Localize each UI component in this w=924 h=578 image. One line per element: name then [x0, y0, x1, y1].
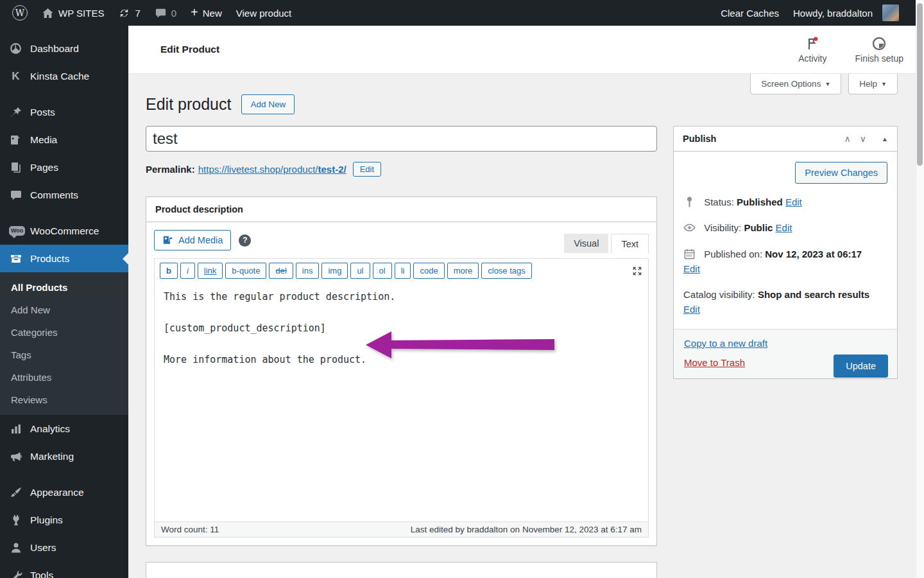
- sidebar-label-tools: Tools: [30, 570, 53, 578]
- word-count: Word count: 11: [161, 525, 219, 534]
- sidebar-label-dashboard: Dashboard: [30, 43, 79, 55]
- publish-header[interactable]: Publish ∧ ∨ ▲: [674, 127, 897, 152]
- permalink-label: Permalink:: [146, 164, 195, 175]
- qt-bold-button[interactable]: b: [160, 263, 178, 279]
- howdy-label: Howdy, braddalton: [793, 8, 873, 19]
- my-account-menu[interactable]: Howdy, braddalton: [786, 0, 906, 26]
- qt-ul-button[interactable]: ul: [350, 263, 370, 279]
- sidebar-item-dashboard[interactable]: Dashboard: [0, 35, 128, 62]
- clear-caches-button[interactable]: Clear Caches: [714, 0, 786, 26]
- add-media-button[interactable]: Add Media: [154, 230, 231, 250]
- qt-link-button[interactable]: link: [198, 263, 223, 279]
- visibility-edit-link[interactable]: Edit: [776, 222, 792, 233]
- flag-icon: [805, 36, 820, 51]
- help-icon[interactable]: ?: [239, 234, 251, 247]
- quicktags-toolbar: b i link b-quote del ins img ul ol li co…: [155, 259, 648, 283]
- qt-del-button[interactable]: del: [269, 263, 293, 279]
- comment-icon: [9, 188, 22, 202]
- sidebar-item-analytics[interactable]: Analytics: [0, 415, 128, 442]
- sidebar-subitem-tags[interactable]: Tags: [0, 344, 128, 366]
- tab-text[interactable]: Text: [611, 234, 649, 254]
- sidebar-item-tools[interactable]: Tools: [0, 561, 128, 578]
- qt-img-button[interactable]: img: [321, 263, 348, 279]
- sidebar-item-media[interactable]: Media: [0, 126, 128, 153]
- catalog-edit-link[interactable]: Edit: [683, 304, 700, 315]
- site-name-menu[interactable]: WP SITES: [35, 0, 111, 26]
- qt-close-tags-button[interactable]: close tags: [481, 263, 532, 279]
- move-down-icon[interactable]: ∨: [860, 134, 866, 143]
- sidebar-item-products[interactable]: Products: [0, 245, 128, 272]
- status-edit-link[interactable]: Edit: [785, 197, 802, 207]
- admin-bar-right: Clear Caches Howdy, braddalton: [714, 0, 924, 26]
- sidebar-item-pages[interactable]: Pages: [0, 153, 128, 181]
- wordpress-menu-button[interactable]: W: [5, 0, 35, 26]
- calendar-icon: [683, 248, 696, 260]
- move-up-icon[interactable]: ∧: [844, 134, 851, 143]
- update-button[interactable]: Update: [834, 355, 888, 378]
- move-to-trash-link[interactable]: Move to Trash: [684, 357, 745, 368]
- media-icon: [9, 133, 22, 146]
- sidebar-item-kinsta-cache[interactable]: K Kinsta Cache: [0, 62, 128, 90]
- comments-count: 0: [171, 8, 176, 19]
- sidebar-item-posts[interactable]: Posts: [0, 98, 128, 126]
- updates-menu[interactable]: 7: [111, 0, 147, 26]
- preview-row: Preview Changes: [683, 162, 887, 184]
- qt-code-button[interactable]: code: [413, 263, 444, 279]
- qt-ol-button[interactable]: ol: [373, 263, 392, 279]
- visibility-row: Visibility: Public Edit: [683, 220, 887, 235]
- sidebar-item-comments[interactable]: Comments: [0, 181, 128, 209]
- finish-setup-label: Finish setup: [855, 53, 903, 64]
- catalog-visibility-row: Catalog visibility: Shop and search resu…: [683, 287, 887, 317]
- activity-button[interactable]: Activity: [798, 36, 826, 64]
- editor-footer: Word count: 11 Last edited by braddalton…: [155, 521, 648, 537]
- sidebar-item-users[interactable]: Users: [0, 534, 128, 561]
- sidebar-item-woocommerce[interactable]: Woo WooCommerce: [0, 217, 128, 245]
- sidebar-label-posts: Posts: [30, 107, 55, 118]
- qt-more-button[interactable]: more: [447, 263, 479, 279]
- sidebar-item-appearance[interactable]: Appearance: [0, 478, 128, 506]
- scrollbar-track: [916, 0, 924, 578]
- scrollbar-thumb[interactable]: [917, 3, 923, 166]
- view-product-link[interactable]: View product: [229, 0, 298, 26]
- help-tab[interactable]: Help ▼: [848, 74, 898, 94]
- metabox-title: Product description: [146, 197, 656, 222]
- new-content-menu[interactable]: + New: [184, 0, 229, 26]
- publish-body: Preview Changes Status: Published Edit V…: [674, 152, 897, 329]
- tab-visual[interactable]: Visual: [564, 234, 608, 253]
- sidebar-label-woocommerce: WooCommerce: [30, 225, 99, 237]
- sidebar-item-marketing[interactable]: Marketing: [0, 442, 128, 470]
- sidebar-label-comments: Comments: [30, 189, 78, 201]
- sidebar-subitem-attributes[interactable]: Attributes: [0, 366, 128, 389]
- sidebar-label-plugins: Plugins: [30, 514, 63, 526]
- qt-ins-button[interactable]: ins: [296, 263, 320, 279]
- kinsta-icon: K: [9, 69, 22, 83]
- preview-changes-button[interactable]: Preview Changes: [795, 162, 887, 184]
- comments-menu[interactable]: 0: [148, 0, 184, 26]
- qt-italic-button[interactable]: i: [180, 263, 195, 279]
- permalink-edit-button[interactable]: Edit: [353, 162, 381, 177]
- paintbrush-icon: [9, 486, 22, 499]
- description-textarea[interactable]: This is the regular product description.…: [155, 283, 648, 521]
- qt-li-button[interactable]: li: [395, 263, 411, 279]
- permalink-link[interactable]: https://livetest.shop/product/test-2/: [198, 164, 346, 175]
- product-title-input[interactable]: test: [146, 126, 657, 152]
- fullscreen-icon[interactable]: [631, 265, 643, 277]
- add-new-button[interactable]: Add New: [241, 94, 295, 114]
- sidebar-subitem-all-products[interactable]: All Products: [0, 276, 128, 299]
- published-on-edit-link[interactable]: Edit: [683, 263, 700, 274]
- screen-options-tab[interactable]: Screen Options ▼: [750, 74, 841, 94]
- screen-meta-links: Screen Options ▼ Help ▼: [750, 74, 898, 94]
- sidebar-label-users: Users: [30, 542, 56, 554]
- sidebar-subitem-add-new[interactable]: Add New: [0, 299, 128, 321]
- sidebar-subitem-reviews[interactable]: Reviews: [0, 389, 128, 411]
- sidebar-label-analytics: Analytics: [30, 423, 70, 435]
- qt-blockquote-button[interactable]: b-quote: [225, 263, 266, 279]
- sidebar-item-plugins[interactable]: Plugins: [0, 506, 128, 534]
- finish-setup-button[interactable]: Finish setup: [855, 36, 903, 64]
- sidebar-subitem-categories[interactable]: Categories: [0, 321, 128, 344]
- publish-footer: Copy to a new draft Move to Trash Update: [674, 329, 897, 378]
- sidebar-label-pages: Pages: [30, 162, 58, 173]
- copy-to-new-draft-link[interactable]: Copy to a new draft: [684, 338, 767, 349]
- pushpin-icon: [9, 105, 22, 119]
- toggle-panel-icon[interactable]: ▲: [882, 136, 888, 143]
